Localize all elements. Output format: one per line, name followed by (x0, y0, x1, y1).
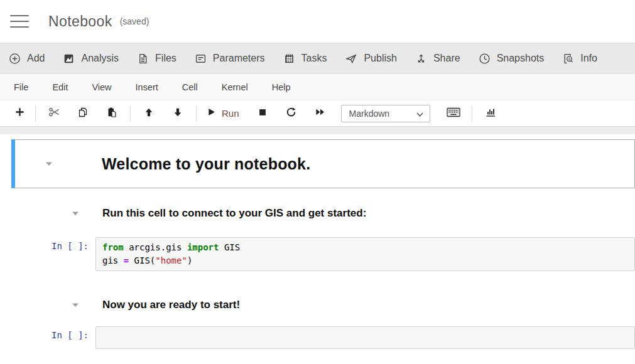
ribbon-item-info[interactable]: Info (562, 53, 597, 65)
menu-help[interactable]: Help (272, 82, 291, 92)
play-icon (207, 107, 216, 119)
arrow-down-icon (173, 107, 183, 120)
code-line: from arcgis.gis import GIS (102, 241, 628, 254)
parameters-icon (195, 53, 207, 65)
plus-icon (14, 107, 25, 120)
menu-edit[interactable]: Edit (52, 82, 68, 92)
restart-run-all-button[interactable] (306, 104, 335, 123)
hamburger-menu-icon[interactable] (10, 14, 29, 28)
markdown-cell-run-instructions[interactable]: Run this cell to connect to your GIS and… (11, 207, 635, 220)
command-palette-button[interactable] (439, 104, 468, 123)
code-line: gis = GIS("home") (102, 254, 628, 267)
toolbar-notebook-divider (0, 127, 635, 134)
menu-kernel[interactable]: Kernel (222, 82, 248, 92)
ribbon-item-label: Files (155, 53, 176, 64)
ribbon-item-files[interactable]: Files (137, 53, 176, 65)
info-icon (562, 53, 574, 65)
cell-heading: Welcome to your notebook. (102, 155, 310, 173)
toolbar-separator (472, 105, 472, 122)
ribbon-item-parameters[interactable]: Parameters (195, 53, 265, 65)
ribbon-toolbar: Add Analysis Files Parameters Tasks Publ… (0, 43, 635, 74)
chevron-down-icon (416, 109, 423, 119)
restart-icon (286, 107, 296, 120)
arrow-up-icon (144, 107, 154, 120)
ribbon-item-label: Share (433, 53, 460, 64)
markdown-cell-ready[interactable]: Now you are ready to start! (11, 299, 635, 311)
notebook-menubar: File Edit View Insert Cell Kernel Help (0, 74, 635, 100)
paste-icon-button[interactable] (97, 104, 126, 123)
notebook-content: Welcome to your notebook. Run this cell … (0, 134, 635, 364)
ribbon-item-add[interactable]: Add (9, 53, 45, 65)
run-button[interactable]: Run (200, 104, 248, 123)
toolbar-separator (35, 105, 36, 122)
markdown-cell-welcome[interactable]: Welcome to your notebook. (11, 139, 635, 188)
tasks-icon (283, 53, 295, 65)
cut-cells-button[interactable] (40, 104, 68, 123)
code-input-area[interactable]: from arcgis.gis import GIS gis = GIS("ho… (95, 237, 635, 271)
keyboard-icon (447, 107, 460, 120)
cell-heading: Now you are ready to start! (102, 299, 240, 311)
analysis-icon (63, 53, 75, 65)
files-icon (137, 53, 149, 65)
cell-type-value: Markdown (349, 109, 390, 119)
ribbon-item-label: Parameters (213, 53, 265, 64)
snapshots-icon (479, 53, 491, 65)
cell-heading: Run this cell to connect to your GIS and… (102, 207, 366, 220)
cell-type-select[interactable]: Markdown (341, 105, 430, 122)
add-circle-icon (9, 53, 21, 65)
ribbon-item-share[interactable]: Share (415, 53, 460, 65)
ribbon-item-label: Info (580, 53, 597, 64)
menu-file[interactable]: File (14, 82, 28, 92)
ribbon-item-tasks[interactable]: Tasks (283, 53, 327, 65)
copy-cells-button[interactable] (68, 104, 97, 123)
code-cell-empty[interactable]: In [ ]: (11, 326, 635, 349)
restart-kernel-button[interactable] (277, 104, 306, 123)
copy-icon (77, 107, 89, 120)
interrupt-kernel-button[interactable] (248, 104, 277, 123)
code-input-area[interactable] (95, 326, 635, 349)
stop-icon (258, 107, 268, 120)
ribbon-item-label: Publish (364, 53, 396, 64)
ribbon-item-analysis[interactable]: Analysis (63, 53, 119, 65)
scissors-icon (48, 107, 60, 120)
menu-cell[interactable]: Cell (182, 82, 198, 92)
ribbon-item-snapshots[interactable]: Snapshots (479, 53, 545, 65)
publish-icon (345, 53, 357, 65)
ribbon-item-label: Add (27, 53, 45, 64)
run-button-label: Run (222, 108, 239, 119)
input-prompt: In [ ]: (11, 237, 95, 251)
ribbon-item-label: Analysis (81, 53, 119, 64)
paste-icon (106, 107, 117, 120)
move-cell-down-button[interactable] (163, 104, 192, 123)
code-cell-gis-import[interactable]: In [ ]: from arcgis.gis import GIS gis =… (11, 237, 635, 271)
ribbon-item-label: Snapshots (497, 53, 545, 64)
add-cell-button[interactable] (8, 104, 31, 123)
bar-chart-icon (485, 107, 496, 120)
collapse-caret-icon[interactable] (45, 161, 53, 166)
collapse-caret-icon[interactable] (72, 211, 79, 216)
collapse-caret-icon[interactable] (72, 302, 79, 308)
app-header: Notebook (saved) (0, 0, 635, 43)
jupyter-toolbar: Run Markdown (0, 100, 635, 127)
move-cell-up-button[interactable] (134, 104, 163, 123)
ribbon-item-label: Tasks (301, 53, 327, 64)
toolbar-separator (130, 105, 131, 122)
toolbar-separator (196, 105, 197, 122)
menu-insert[interactable]: Insert (136, 82, 158, 92)
page-title: Notebook (48, 13, 112, 30)
input-prompt: In [ ]: (11, 326, 95, 340)
toc-chart-button[interactable] (476, 104, 505, 123)
fast-forward-icon (315, 107, 325, 119)
menu-view[interactable]: View (92, 82, 111, 92)
share-icon (415, 53, 427, 65)
save-status: (saved) (120, 16, 149, 26)
ribbon-item-publish[interactable]: Publish (345, 53, 396, 65)
